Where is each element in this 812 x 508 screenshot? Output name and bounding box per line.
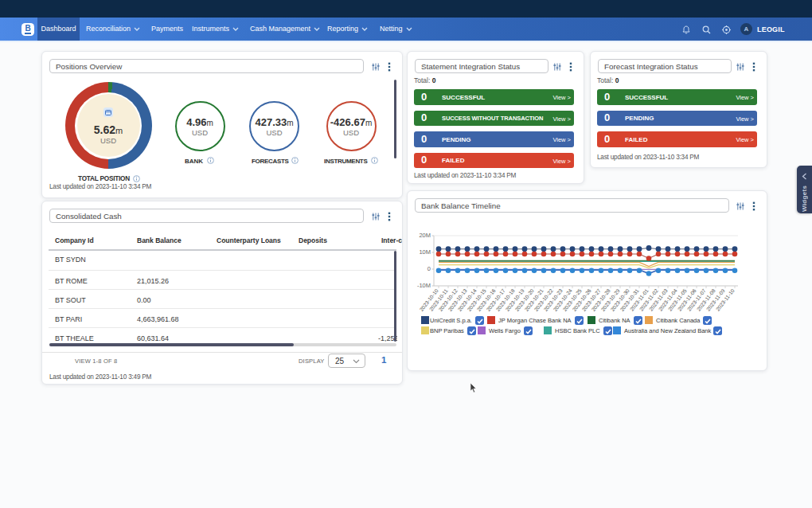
svg-text:10M: 10M <box>419 248 431 256</box>
svg-text:-10M: -10M <box>417 282 431 289</box>
svg-text:20M: 20M <box>419 232 431 239</box>
svg-text:0: 0 <box>427 265 431 272</box>
